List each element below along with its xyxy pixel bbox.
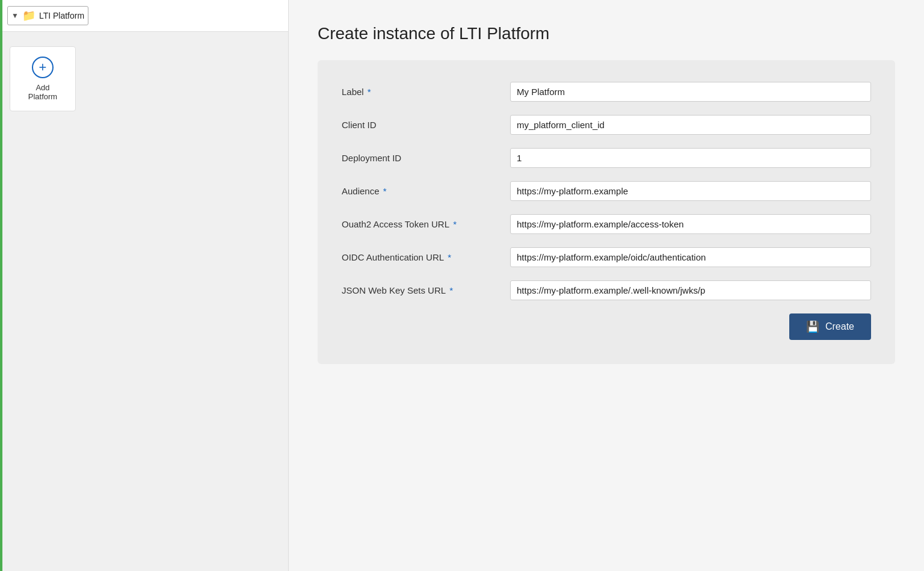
add-platform-plus-icon: + — [32, 57, 54, 78]
label-audience: Audience * — [342, 186, 387, 196]
required-star-audience: * — [381, 186, 387, 196]
add-platform-button[interactable]: + AddPlatform — [10, 46, 76, 111]
label-col-oauth2_access_token_url: Ouath2 Access Token URL * — [342, 214, 510, 230]
label-col-client_id: Client ID — [342, 115, 510, 131]
input-label[interactable] — [510, 82, 871, 102]
input-col-oidc_authentication_url — [510, 247, 871, 267]
input-json_web_key_sets_url[interactable] — [510, 280, 871, 300]
tree-area: ▼ 📁 LTI Platform — [0, 0, 288, 32]
input-client_id[interactable] — [510, 115, 871, 135]
label-col-json_web_key_sets_url: JSON Web Key Sets URL * — [342, 280, 510, 296]
form-row-json_web_key_sets_url: JSON Web Key Sets URL * — [342, 280, 871, 300]
required-star-oidc_authentication_url: * — [445, 252, 451, 262]
input-col-json_web_key_sets_url — [510, 280, 871, 300]
add-platform-area: + AddPlatform — [0, 34, 288, 123]
input-oauth2_access_token_url[interactable] — [510, 214, 871, 234]
lti-platform-tree-node[interactable]: ▼ 📁 LTI Platform — [7, 6, 88, 25]
sidebar: ▼ 📁 LTI Platform + AddPlatform — [0, 0, 289, 571]
save-icon: 💾 — [806, 320, 819, 333]
folder-icon: 📁 — [22, 9, 35, 22]
tree-arrow-icon: ▼ — [11, 11, 19, 20]
input-col-audience — [510, 181, 871, 201]
label-client_id: Client ID — [342, 120, 377, 130]
form-row-label: Label * — [342, 82, 871, 102]
label-json_web_key_sets_url: JSON Web Key Sets URL * — [342, 285, 453, 295]
form-card: Label *Client IDDeployment IDAudience *O… — [318, 60, 895, 364]
input-col-client_id — [510, 115, 871, 135]
required-star-json_web_key_sets_url: * — [447, 285, 453, 295]
create-button[interactable]: 💾 Create — [789, 313, 871, 340]
required-star-label: * — [365, 87, 371, 97]
input-col-label — [510, 82, 871, 102]
form-row-client_id: Client ID — [342, 115, 871, 135]
input-audience[interactable] — [510, 181, 871, 201]
label-col-deployment_id: Deployment ID — [342, 148, 510, 164]
label-col-label: Label * — [342, 82, 510, 97]
label-deployment_id: Deployment ID — [342, 153, 401, 163]
label-col-oidc_authentication_url: OIDC Authentication URL * — [342, 247, 510, 263]
label-label: Label * — [342, 87, 371, 97]
input-col-deployment_id — [510, 148, 871, 168]
main-content: Create instance of LTI Platform Label *C… — [289, 0, 924, 571]
input-col-oauth2_access_token_url — [510, 214, 871, 234]
form-row-audience: Audience * — [342, 181, 871, 201]
label-col-audience: Audience * — [342, 181, 510, 197]
form-actions: 💾 Create — [342, 313, 871, 340]
label-oidc_authentication_url: OIDC Authentication URL * — [342, 252, 451, 262]
create-button-label: Create — [825, 321, 854, 332]
form-row-oidc_authentication_url: OIDC Authentication URL * — [342, 247, 871, 267]
add-platform-label: AddPlatform — [28, 83, 57, 101]
tree-node-label: LTI Platform — [39, 11, 84, 20]
input-oidc_authentication_url[interactable] — [510, 247, 871, 267]
form-row-deployment_id: Deployment ID — [342, 148, 871, 168]
label-oauth2_access_token_url: Ouath2 Access Token URL * — [342, 219, 457, 229]
form-row-oauth2_access_token_url: Ouath2 Access Token URL * — [342, 214, 871, 234]
page-title: Create instance of LTI Platform — [318, 24, 895, 43]
sidebar-accent — [0, 0, 2, 571]
input-deployment_id[interactable] — [510, 148, 871, 168]
required-star-oauth2_access_token_url: * — [451, 219, 457, 229]
